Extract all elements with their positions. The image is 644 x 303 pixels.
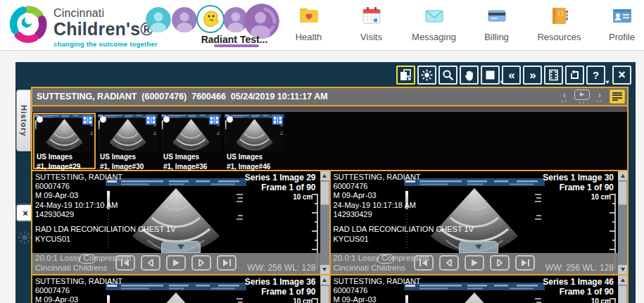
last-frame-button[interactable] (217, 255, 236, 271)
frame-scrollbar[interactable] (320, 276, 329, 303)
stack-layout-tool-button[interactable] (396, 66, 415, 85)
cine-controls-collapse-tab[interactable] (161, 241, 201, 253)
next-frame-button[interactable] (191, 255, 211, 271)
first-frame-button[interactable] (414, 255, 434, 271)
top-navigation-bar: Cincinnati Children's® changing the outc… (0, 0, 644, 51)
banner-play-button[interactable]: ▶ ●● (574, 89, 590, 104)
last-frame-button[interactable] (515, 255, 535, 271)
skip-last-icon (222, 259, 231, 266)
play-button[interactable] (166, 255, 186, 271)
scrollbar-thumb[interactable] (320, 181, 329, 205)
window-level-tool-button[interactable] (417, 66, 436, 85)
frame-scrollbar[interactable] (618, 276, 627, 303)
calendar-icon (361, 5, 382, 26)
playback-controls (115, 255, 236, 271)
study-banner: SUTTESTING, RADIANT (60007476) 7600466 0… (32, 88, 627, 105)
arrow-up-icon (322, 174, 327, 178)
image-panel-1[interactable]: SUTTESTING, RADIANT 60007476 M 09-Apr-03… (32, 171, 329, 274)
skip-first-icon (121, 259, 130, 266)
rectangle-icon (484, 69, 496, 81)
ultrasound-image (106, 283, 246, 303)
avatar-person-purple-1[interactable] (172, 7, 197, 32)
prev-frame-icon (445, 259, 453, 266)
history-tab[interactable]: History (16, 89, 31, 152)
pan-tool-button[interactable] (460, 66, 479, 85)
cine-control-bar: 20.0:1 Lossy Compression Cincinnati Chil… (331, 253, 619, 274)
avatar-person-teal[interactable] (146, 7, 171, 32)
nav-item-visits[interactable]: Visits (340, 5, 403, 42)
cine-tool-button[interactable] (544, 66, 563, 85)
loop-tool-button[interactable] (565, 66, 584, 85)
thumbnail-image-30[interactable]: US Images #1, Image#30 (96, 113, 159, 169)
thumbnail-image-46[interactable]: US Images #1, Image#46 (223, 113, 286, 169)
play-button[interactable] (465, 255, 484, 271)
brightness-icon (421, 69, 433, 81)
image-panel-4[interactable]: SUTTESTING, RADIANT 60007476 M 09-Apr-03… (331, 276, 628, 303)
previous-frame-button[interactable] (439, 255, 459, 271)
first-frame-button[interactable] (115, 255, 135, 271)
study-overlay-info: RAD LDA RECONCILIATION CHEST 1V KYCUS01 (334, 225, 474, 244)
window-level-readout: WW: 256 WL: 128 (247, 263, 315, 273)
scroll-up-button[interactable] (320, 171, 329, 180)
close-viewer-button[interactable]: × (612, 66, 631, 85)
series-overlay-info: Series 1 Image 29 Frame 1 of 90 10 cm (245, 173, 316, 202)
scrollbar-thumb[interactable] (618, 285, 627, 303)
patient-study-header: SUTTESTING, RADIANT (60007476) 7600466 0… (32, 92, 328, 101)
playback-controls (414, 255, 535, 271)
logo-swirl-icon (7, 3, 49, 45)
nav-item-profile[interactable]: Profile (591, 5, 644, 42)
rect-select-tool-button[interactable]: ▾ (481, 66, 500, 85)
magnifier-icon (442, 69, 454, 81)
cine-film-icon (82, 116, 93, 125)
frame-scrollbar[interactable] (320, 171, 329, 274)
zoom-tool-button[interactable] (438, 66, 457, 85)
scrollbar-thumb[interactable] (320, 285, 329, 303)
frame-scrollbar[interactable] (618, 171, 627, 274)
loop-arrow-icon (569, 69, 581, 81)
next-frame-button[interactable] (490, 255, 510, 271)
window-level-dim-icon (18, 230, 32, 247)
nav-item-billing[interactable]: Billing (465, 5, 528, 42)
film-strip-icon (548, 69, 560, 81)
cine-film-icon (209, 116, 220, 125)
series-overlay-info: Series 1 Image 36 Frame 1 of 90 10 cm (245, 277, 316, 303)
banner-next-button[interactable]: › ●● (596, 91, 603, 103)
previous-series-button[interactable]: « (502, 66, 521, 85)
help-button[interactable]: ? ▾ (586, 66, 605, 85)
image-panel-3[interactable]: SUTTESTING, RADIANT 60007476 M 09-Apr-03… (32, 276, 329, 303)
envelope-icon (424, 5, 445, 26)
next-series-button[interactable]: » (523, 66, 542, 85)
thumbnail-image-36[interactable]: US Images #1, Image#36 (160, 113, 222, 169)
next-frame-icon (495, 259, 504, 266)
prev-frame-icon (146, 259, 155, 266)
banner-prev-button[interactable]: ‹ ●● (561, 91, 568, 103)
scroll-up-button[interactable] (618, 171, 627, 180)
series-dot-icon (100, 116, 106, 123)
next-frame-icon (197, 259, 206, 266)
active-profile-name[interactable]: Radiant Test... (196, 34, 273, 45)
patient-overlay-info: SUTTESTING, RADIANT 60007476 M 09-Apr-03… (334, 173, 421, 219)
thumbnail-image-29[interactable]: US Images #1, Image#29 (33, 113, 96, 169)
series-dot-icon (37, 116, 43, 123)
play-icon: ▶ (580, 92, 584, 97)
series-overlay-info: Series 1 Image 30 Frame 1 of 90 10 cm (543, 173, 614, 202)
nav-item-messaging[interactable]: Messaging (403, 5, 465, 42)
cine-film-icon (272, 116, 283, 125)
scrollbar-thumb[interactable] (618, 181, 627, 205)
skip-first-icon (419, 259, 428, 266)
cine-controls-collapse-tab[interactable] (459, 241, 498, 253)
stack-layout-icon (400, 69, 412, 81)
nav-item-health[interactable]: Health (277, 5, 340, 42)
scroll-down-button[interactable] (618, 265, 627, 274)
image-panel-2[interactable]: SUTTESTING, RADIANT 60007476 M 09-Apr-03… (331, 171, 628, 274)
study-content-area: SUTTESTING, RADIANT (60007476) 7600466 0… (31, 87, 629, 303)
scroll-down-button[interactable] (320, 265, 329, 274)
avatar-woodstock-character[interactable] (196, 5, 225, 33)
series-menu-button[interactable] (610, 89, 625, 104)
previous-frame-button[interactable] (141, 255, 160, 271)
arrow-down-icon (475, 245, 482, 249)
scroll-up-button[interactable] (618, 276, 627, 285)
arrow-down-icon (621, 268, 625, 271)
scroll-up-button[interactable] (320, 276, 329, 285)
nav-item-resources[interactable]: Resources (528, 5, 591, 42)
